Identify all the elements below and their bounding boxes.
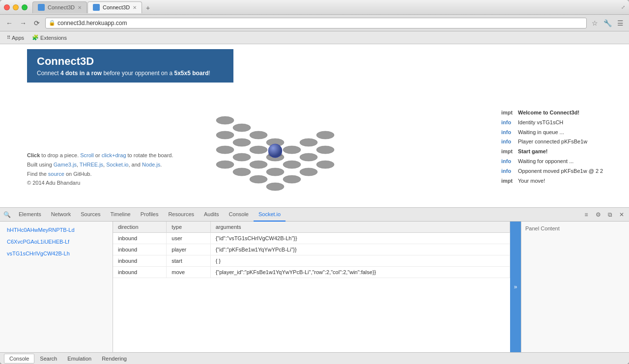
subtitle-end: ! [209, 70, 210, 77]
devtools-tab-console[interactable]: Console [224, 208, 254, 222]
url-input[interactable] [57, 20, 583, 27]
bookmark-extensions[interactable]: 🧩 Extensions [29, 33, 70, 42]
devtools-tab-elements[interactable]: Elements [14, 208, 46, 222]
game-info-panel: impt Welcome to Connect3d! info Identity… [501, 108, 624, 186]
socket-item-1[interactable]: C6XvcPGAoL1iUEHEB-Lf [3, 236, 110, 247]
extensions-puzzle-button[interactable]: 🔧 [602, 18, 612, 28]
undock-icon[interactable]: ⧉ [604, 209, 615, 220]
socketio-table-area: direction type arguments inbound user {"… [113, 222, 510, 352]
period: . [160, 162, 162, 168]
three-link[interactable]: THREE.js [80, 162, 103, 168]
game-title: Connect3D [37, 55, 224, 68]
board-area[interactable] [197, 103, 354, 201]
row3-arguments: {"player_id":"pKFsBe1w1YqYwYPcB-Li","row… [210, 267, 510, 278]
tab-close-0[interactable]: ✕ [78, 5, 82, 10]
subtitle-mid: before your opponent on a [102, 70, 174, 77]
instr-rotate: to rotate the board. [128, 152, 173, 158]
bottom-tab-console[interactable]: Console [4, 354, 34, 364]
tab-close-1[interactable]: ✕ [133, 5, 137, 10]
table-row-1[interactable]: inbound player {"id":"pKFsBe1w1YqYwYPcB-… [113, 244, 510, 255]
log-msg-1: Identity vsTG1sCH [518, 118, 563, 128]
svg-point-20 [216, 116, 234, 124]
svg-point-7 [233, 168, 251, 176]
row3-direction: inbound [113, 267, 167, 278]
game-area: Connect3D Connect 4 dots in a row before… [0, 44, 629, 207]
source-link[interactable]: source [48, 171, 64, 177]
refresh-button[interactable]: ⟳ [31, 18, 42, 28]
tab-0[interactable]: Connect3D ✕ [32, 1, 87, 13]
svg-point-22 [316, 146, 334, 154]
tabs-bar: Connect3D ✕ Connect3D ✕ + [32, 1, 621, 13]
scroll-link[interactable]: Scroll [80, 152, 94, 158]
forward-button[interactable]: → [18, 18, 29, 28]
table-row-0[interactable]: inbound user {"id":"vsTG1sCHrIVgCW42B-Lh… [113, 233, 510, 244]
log-tag-0: impt [501, 108, 515, 118]
instruction-line2: Built using Game3.js, THREE.js, Socket.i… [27, 160, 173, 169]
bottom-tab-search[interactable]: Search [35, 354, 62, 364]
bottom-tab-rendering[interactable]: Rendering [97, 354, 132, 364]
log-msg-3: Player connected pKFsBe1w [518, 137, 587, 147]
devtools-tab-resources[interactable]: Resources [163, 208, 199, 222]
log-tag-4: impt [501, 147, 515, 157]
log-msg-7: Your move! [518, 176, 545, 186]
gear-icon[interactable]: ⚙ [593, 209, 603, 220]
nodejs-link[interactable]: Node.js [142, 162, 160, 168]
menu-button[interactable]: ☰ [615, 18, 625, 28]
back-button[interactable]: ← [4, 18, 15, 28]
table-body: inbound user {"id":"vsTG1sCHrIVgCW42B-Lh… [113, 233, 510, 278]
maximize-button[interactable] [22, 4, 28, 10]
svg-point-24 [316, 161, 334, 168]
expand-arrow-area[interactable]: » [510, 222, 521, 352]
resize-icon: ⤢ [621, 4, 625, 10]
address-bar[interactable]: 🔒 [45, 18, 587, 28]
close-button[interactable] [4, 4, 10, 10]
find-the: Find the [27, 171, 48, 177]
table-row-2[interactable]: inbound start { } [113, 255, 510, 267]
tab-favicon-0 [38, 4, 45, 11]
bottom-tab-emulation[interactable]: Emulation [62, 354, 96, 364]
expand-arrows-icon: » [514, 283, 517, 290]
tab-label-1: Connect3D [103, 4, 130, 10]
socketio-link[interactable]: Socket.io [106, 162, 128, 168]
minimize-button[interactable] [13, 4, 19, 10]
game-instructions: Click to drop a piece. Scroll or click+d… [27, 151, 173, 188]
drag-link[interactable]: click+drag [102, 152, 126, 158]
socket-item-2[interactable]: vsTG1sCHrIVgCW42B-Lh [3, 248, 110, 259]
close-devtools-button[interactable]: ✕ [616, 209, 627, 220]
list-icon[interactable]: ≡ [581, 209, 592, 220]
table-row-3[interactable]: inbound move {"player_id":"pKFsBe1w1YqYw… [113, 267, 510, 278]
bookmark-extensions-label: Extensions [40, 35, 67, 41]
svg-point-4 [266, 168, 284, 176]
log-line-3: info Player connected pKFsBe1w [501, 137, 624, 147]
log-line-7: impt Your move! [501, 176, 624, 186]
socket-item-0[interactable]: hHTHc0AHwMeyRNPTB-Ld [3, 224, 110, 235]
svg-point-3 [250, 175, 267, 183]
devtools-tab-audits[interactable]: Audits [199, 208, 224, 222]
bookmark-apps[interactable]: ⠿ Apps [4, 34, 27, 42]
tab-label-0: Connect3D [48, 4, 75, 10]
bookmark-star-button[interactable]: ☆ [590, 18, 600, 28]
title-bar: Connect3D ✕ Connect3D ✕ + ⤢ [0, 0, 629, 15]
devtools-tab-timeline[interactable]: Timeline [106, 208, 136, 222]
game-left: Connect3D Connect 4 dots in a row before… [0, 44, 629, 207]
log-msg-2: Waiting in queue ... [518, 128, 564, 138]
devtools-tab-sources[interactable]: Sources [76, 208, 105, 222]
log-msg-5: Waiting for opponent ... [518, 157, 573, 167]
page-content: Connect3D Connect 4 dots in a row before… [0, 44, 629, 364]
log-tag-5: info [501, 157, 515, 167]
svg-point-0 [266, 183, 284, 191]
game3-link[interactable]: Game3.js [54, 162, 77, 168]
svg-point-8 [250, 161, 267, 168]
row2-direction: inbound [113, 255, 167, 267]
tab-1[interactable]: Connect3D ✕ [87, 1, 142, 13]
tab-favicon-1 [93, 4, 100, 11]
apps-grid-icon: ⠿ [7, 35, 10, 40]
devtools-tab-profiles[interactable]: Profiles [136, 208, 164, 222]
copyright: © 2014 Adu Bhandaru [27, 178, 173, 188]
devtools-tab-network[interactable]: Network [46, 208, 76, 222]
new-tab-button[interactable]: + [143, 2, 153, 13]
devtools-search-icon[interactable]: 🔍 [2, 210, 12, 220]
svg-point-18 [216, 131, 234, 139]
nav-bar: ← → ⟳ 🔒 ☆ 🔧 ☰ [0, 15, 629, 31]
devtools-tab-socketio[interactable]: Socket.io [254, 208, 286, 222]
